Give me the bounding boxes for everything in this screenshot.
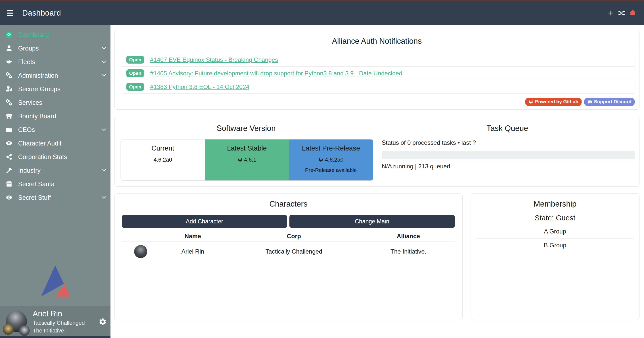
- discord-badge-label: Support Discord: [594, 99, 631, 105]
- sidebar-item-label: Secret Stuff: [18, 194, 51, 201]
- character-corp: Tactically Challenged: [226, 248, 362, 255]
- header-alliance: Alliance: [362, 233, 455, 240]
- shuffle-icon: [618, 9, 625, 17]
- chevron-down-icon: [101, 127, 107, 133]
- powered-by-gitlab-badge[interactable]: Powered by GitLab: [525, 98, 582, 106]
- sidebar-item-dashboard[interactable]: Dashboard: [0, 28, 110, 41]
- user-corp: Tactically Challenged: [33, 320, 85, 326]
- sidebar-item-label: Secret Santa: [18, 180, 55, 188]
- current-version-value: 4.6.2a0: [154, 157, 172, 163]
- notifications-bell-button[interactable]: [629, 9, 636, 17]
- chevron-down-icon: [101, 167, 107, 173]
- sidebar-item-services[interactable]: Services: [0, 96, 110, 109]
- notification-link[interactable]: #1383 Python 3.8 EOL - 14 Oct 2024: [150, 83, 249, 90]
- hamburger-bar: [7, 10, 13, 11]
- gitlab-badge-label: Powered by GitLab: [535, 99, 578, 105]
- membership-groups-list: A Group B Group: [476, 225, 634, 252]
- user-settings-button[interactable]: [99, 318, 107, 326]
- sidebar-item-fleets[interactable]: Fleets: [0, 55, 110, 69]
- add-button[interactable]: [607, 10, 614, 17]
- eye-icon: [6, 194, 13, 201]
- folder-icon: [6, 126, 13, 133]
- characters-buttons: Add Character Change Main: [122, 215, 455, 228]
- hamburger-bar: [7, 13, 13, 14]
- header-corp: Corp: [226, 233, 362, 240]
- version-prerelease-label: Latest Pre-Release: [289, 144, 373, 152]
- sidebar-item-character-audit[interactable]: Character Audit: [0, 136, 110, 150]
- sidebar-item-secure-groups[interactable]: Secure Groups: [0, 82, 110, 96]
- notifications-footer: Powered by GitLab Support Discord: [525, 98, 635, 106]
- shuffle-button[interactable]: [618, 9, 625, 17]
- group-item: A Group: [476, 225, 634, 238]
- gitlab-icon: [318, 157, 323, 162]
- notifications-title: Alliance Auth Notifications: [115, 30, 639, 46]
- share-icon: [6, 153, 13, 160]
- page-title: Dashboard: [22, 9, 61, 18]
- characters-table: Name Corp Alliance Ariel Rin Tactically …: [122, 231, 455, 261]
- task-queue-summary: N/A running | 213 queued: [382, 163, 450, 170]
- user-name: Ariel Rin: [33, 309, 85, 318]
- status-badge: Open: [126, 69, 144, 77]
- sidebar-item-secret-stuff[interactable]: Secret Stuff: [0, 191, 110, 204]
- character-name: Ariel Rin: [160, 248, 226, 255]
- version-current-column: Current 4.6.2a0: [121, 139, 205, 180]
- prerelease-version-value: 4.6.2a0: [325, 157, 343, 163]
- membership-title: Membership: [471, 194, 639, 209]
- notification-row: Open #1407 EVE Equinox Status - Breaking…: [122, 53, 635, 66]
- notifications-list: Open #1407 EVE Equinox Status - Breaking…: [122, 53, 635, 94]
- sidebar-item-groups[interactable]: Groups: [0, 41, 110, 55]
- menu-toggle-button[interactable]: [7, 10, 13, 16]
- sidebar-item-administration[interactable]: Administration: [0, 69, 110, 82]
- notification-row: Open #1405 Advisory: Future development …: [122, 66, 635, 80]
- notification-row: Open #1383 Python 3.8 EOL - 14 Oct 2024: [122, 80, 635, 93]
- version-prerelease-column: Latest Pre-Release 4.6.2a0 Pre-Release a…: [289, 139, 373, 180]
- support-discord-badge[interactable]: Support Discord: [584, 98, 635, 106]
- sidebar-menu: Dashboard Groups Fleets Administration: [0, 25, 110, 204]
- top-navbar: Dashboard: [0, 1, 644, 25]
- store-icon: [6, 113, 13, 120]
- group-item: B Group: [476, 238, 634, 252]
- character-row: Ariel Rin Tactically Challenged The Init…: [122, 242, 455, 261]
- user-lock-icon: [6, 85, 13, 92]
- sidebar-item-label: Dashboard: [18, 31, 49, 38]
- sidebar-item-secret-santa[interactable]: Secret Santa: [0, 177, 110, 191]
- cogs-icon: [6, 72, 13, 79]
- task-queue-progressbar: [382, 151, 635, 159]
- add-character-button[interactable]: Add Character: [122, 215, 287, 228]
- dashboard-gauge-icon: [6, 31, 13, 38]
- gitlab-icon: [528, 100, 533, 104]
- task-queue-status: Status of 0 processed tasks • last ?: [382, 139, 476, 146]
- chevron-down-icon: [101, 45, 107, 51]
- sidebar-item-industry[interactable]: Industry: [0, 164, 110, 177]
- task-queue-title: Task Queue: [378, 124, 637, 133]
- change-main-button[interactable]: Change Main: [289, 215, 455, 228]
- notification-link[interactable]: #1407 EVE Equinox Status - Breaking Chan…: [150, 56, 278, 63]
- bell-icon: [629, 9, 636, 17]
- alliance-auth-logo: [40, 265, 70, 297]
- software-version-card: Software Version Task Queue Current 4.6.…: [114, 117, 639, 187]
- gitlab-icon: [238, 157, 243, 162]
- version-box: Current 4.6.2a0 Latest Stable 4.6.1 Late…: [121, 139, 373, 181]
- sidebar-item-corporation-stats[interactable]: Corporation Stats: [0, 150, 110, 164]
- hammer-icon: [6, 167, 13, 174]
- sidebar-item-bounty-board[interactable]: Bounty Board: [0, 109, 110, 123]
- notifications-card: Alliance Auth Notifications Open #1407 E…: [114, 30, 639, 110]
- main-content: Alliance Auth Notifications Open #1407 E…: [110, 25, 644, 338]
- sidebar-footer-strip: [0, 336, 110, 338]
- discord-icon: [587, 100, 592, 104]
- user-panel: Ariel Rin Tactically Challenged The Init…: [0, 306, 110, 336]
- notification-link[interactable]: #1405 Advisory: Future development will …: [150, 70, 402, 77]
- status-badge: Open: [126, 56, 144, 64]
- user-icon: [6, 45, 13, 52]
- fighter-jet-icon: [6, 58, 13, 65]
- characters-title: Characters: [115, 194, 462, 209]
- chevron-down-icon: [101, 72, 107, 78]
- sidebar-item-ceos[interactable]: CEOs: [0, 123, 110, 136]
- sidebar-item-label: Secure Groups: [18, 85, 60, 93]
- header-name: Name: [160, 233, 226, 240]
- sidebar-item-label: Groups: [18, 45, 39, 52]
- sidebar-item-label: Fleets: [18, 58, 35, 66]
- status-badge: Open: [126, 83, 144, 91]
- chevron-down-icon: [101, 195, 107, 201]
- corp-logo: [3, 324, 14, 335]
